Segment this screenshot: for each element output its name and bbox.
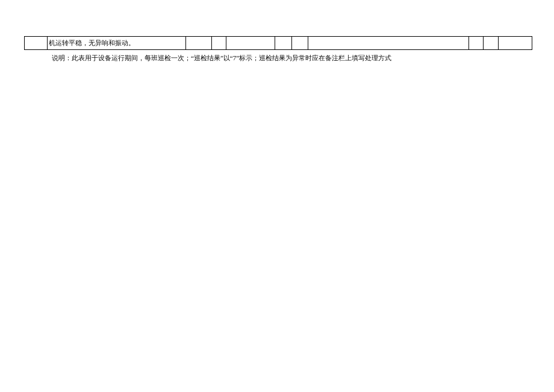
- cell: [498, 37, 532, 50]
- cell: [226, 37, 275, 50]
- document-page: 机运转平稳，无异响和振动。 说明：此表用于设备运行期间，每班巡检一次；“巡检结果…: [0, 0, 554, 63]
- inspection-table: 机运转平稳，无异响和振动。: [24, 36, 532, 50]
- cell: [292, 37, 308, 50]
- cell: [469, 37, 484, 50]
- cell: [275, 37, 291, 50]
- cell: [185, 37, 211, 50]
- cell: [484, 37, 498, 50]
- footnote: 说明：此表用于设备运行期间，每班巡检一次；“巡检结果”以“7”标示；巡检结果为异…: [24, 54, 532, 63]
- cell: [212, 37, 226, 50]
- table-row: 机运转平稳，无异响和振动。: [25, 37, 532, 50]
- cell-content: 机运转平稳，无异响和振动。: [48, 37, 186, 50]
- cell-index: [25, 37, 48, 50]
- cell: [308, 37, 469, 50]
